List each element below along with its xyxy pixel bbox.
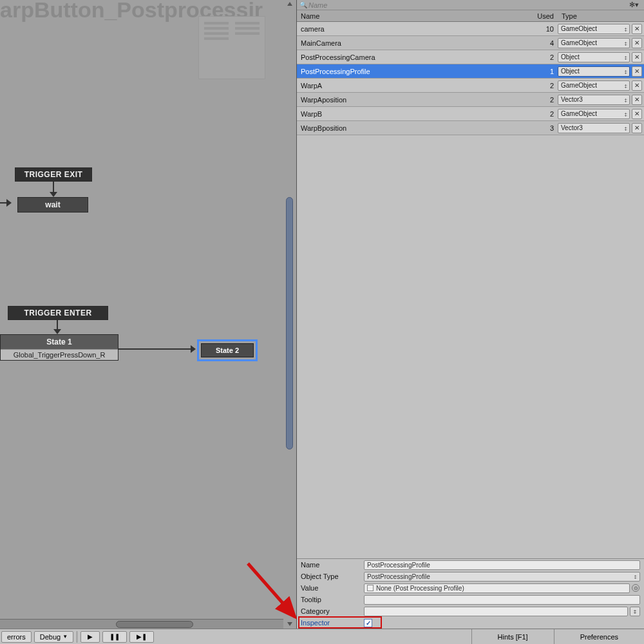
scrollbar-thumb[interactable] — [116, 621, 193, 628]
chevron-down-icon: ▼ — [62, 634, 68, 639]
variable-used-count: 2 — [531, 82, 558, 90]
variable-name: PostProcessingCamera — [297, 53, 531, 61]
detail-inspector-label: Inspector — [301, 619, 364, 627]
vertical-scrollbar-thumb[interactable] — [286, 197, 293, 450]
preferences-tab[interactable]: Preferences — [554, 629, 644, 645]
delete-variable-button[interactable]: ✕ — [632, 109, 642, 119]
delete-variable-button[interactable]: ✕ — [632, 52, 642, 62]
column-type[interactable]: Type — [558, 12, 644, 20]
fsm-event-trigger-exit[interactable]: TRIGGER EXIT — [15, 167, 92, 182]
inspector-checkbox[interactable]: ✓ — [364, 619, 372, 627]
variable-name: MainCamera — [297, 39, 531, 47]
detail-object-type-dropdown[interactable]: PostProcessingProfile‡ — [364, 572, 640, 582]
scroll-down-icon[interactable] — [287, 622, 292, 626]
close-icon: ✕ — [634, 124, 639, 131]
close-icon: ✕ — [634, 25, 639, 32]
detail-tooltip-input[interactable] — [364, 595, 640, 605]
chevron-down-icon: ‡ — [625, 69, 627, 75]
arrow-right-icon — [6, 199, 12, 207]
pause-icon: ❚❚ — [109, 633, 120, 640]
variable-row[interactable]: WarpA2GameObject‡✕ — [297, 79, 644, 93]
variable-used-count: 2 — [531, 53, 558, 61]
delete-variable-button[interactable]: ✕ — [632, 38, 642, 48]
errors-button[interactable]: errors — [1, 631, 32, 643]
object-thumb-icon — [367, 585, 374, 591]
fsm-graph-canvas[interactable]: arpButton_Postprocessir TRIGGER EXIT wai… — [0, 0, 283, 629]
fsm-state-1[interactable]: State 1 Global_TriggerPressDown_R — [0, 334, 118, 361]
close-icon: ✕ — [634, 39, 639, 46]
variable-name: WarpA — [297, 82, 531, 90]
variable-row[interactable]: MainCamera4GameObject‡✕ — [297, 36, 644, 50]
variable-name: camera — [297, 25, 531, 33]
variable-type-dropdown[interactable]: Object‡ — [558, 66, 630, 77]
variable-row[interactable]: PostProcessingCamera2Object‡✕ — [297, 50, 644, 64]
variable-name: PostProcessingProfile — [297, 68, 531, 75]
variable-row[interactable]: camera10GameObject‡✕ — [297, 22, 644, 36]
fsm-state-2-selected[interactable]: State 2 — [197, 339, 258, 361]
delete-variable-button[interactable]: ✕ — [632, 24, 642, 34]
search-row: 🔍 ✻▾ — [297, 0, 644, 10]
column-name[interactable]: Name — [297, 12, 531, 20]
chevron-down-icon: ‡ — [625, 41, 627, 46]
detail-tooltip-label: Tooltip — [301, 596, 364, 603]
variable-type-dropdown[interactable]: GameObject‡ — [558, 80, 630, 91]
fsm-event-label: TRIGGER ENTER — [8, 307, 108, 319]
gear-icon[interactable]: ✻▾ — [627, 1, 641, 9]
chevron-down-icon: ‡ — [625, 126, 627, 131]
variable-used-count: 2 — [531, 110, 558, 118]
variable-row[interactable]: WarpB2GameObject‡✕ — [297, 107, 644, 121]
fsm-state-wait[interactable]: wait — [17, 197, 88, 213]
detail-name-label: Name — [301, 561, 364, 569]
close-icon: ✕ — [634, 110, 639, 117]
chevron-down-icon: ‡ — [634, 609, 636, 614]
variable-type-dropdown[interactable]: Vector3‡ — [558, 123, 630, 133]
variable-name: WarpAposition — [297, 96, 531, 104]
chevron-down-icon: ‡ — [625, 55, 627, 61]
variable-type-dropdown[interactable]: Vector3‡ — [558, 95, 630, 105]
hints-tab[interactable]: Hints [F1] — [471, 629, 554, 645]
background-doc-watermark — [198, 16, 265, 79]
variable-type-dropdown[interactable]: Object‡ — [558, 52, 630, 62]
variable-type-dropdown[interactable]: GameObject‡ — [558, 24, 630, 34]
detail-value-field[interactable]: None (Post Processing Profile) ⊙ — [364, 583, 630, 593]
fsm-transition-label[interactable]: Global_TriggerPressDown_R — [1, 349, 118, 360]
variable-row[interactable]: WarpBposition3Vector3‡✕ — [297, 121, 644, 135]
pause-button[interactable]: ❚❚ — [102, 631, 127, 643]
arrow-down-icon — [50, 192, 57, 197]
variables-list: camera10GameObject‡✕MainCamera4GameObjec… — [297, 22, 644, 135]
step-icon: ▶❚ — [137, 633, 147, 640]
delete-variable-button[interactable]: ✕ — [632, 95, 642, 105]
variable-row[interactable]: WarpAposition2Vector3‡✕ — [297, 93, 644, 107]
variable-type-dropdown[interactable]: GameObject‡ — [558, 38, 630, 48]
detail-name-input[interactable]: PostProcessingProfile — [364, 560, 640, 570]
transition-line — [118, 348, 192, 350]
chevron-down-icon: ‡ — [625, 83, 627, 89]
column-used[interactable]: Used — [531, 12, 558, 20]
play-button[interactable]: ▶ — [80, 631, 100, 643]
fsm-event-label: TRIGGER EXIT — [15, 168, 91, 181]
close-icon: ✕ — [634, 82, 639, 89]
detail-value-label: Value — [301, 584, 364, 592]
category-dropdown-button[interactable]: ‡ — [630, 607, 640, 616]
close-icon: ✕ — [634, 68, 639, 75]
variables-panel: 🔍 ✻▾ Name Used Type camera10GameObject‡✕… — [296, 0, 644, 629]
debug-dropdown[interactable]: Debug▼ — [34, 631, 73, 643]
fsm-event-trigger-enter[interactable]: TRIGGER ENTER — [8, 306, 108, 320]
step-button[interactable]: ▶❚ — [129, 631, 154, 643]
scroll-up-icon[interactable] — [287, 2, 292, 6]
chevron-down-icon: ‡ — [634, 574, 637, 580]
object-picker-icon[interactable]: ⊙ — [632, 584, 639, 592]
variable-name: WarpBposition — [297, 124, 531, 132]
variable-row[interactable]: PostProcessingProfile1Object‡✕ — [297, 64, 644, 79]
delete-variable-button[interactable]: ✕ — [632, 80, 642, 91]
delete-variable-button[interactable]: ✕ — [632, 123, 642, 133]
detail-category-input[interactable] — [364, 607, 628, 616]
close-icon: ✕ — [634, 96, 639, 103]
bottom-toolbar: errors Debug▼ ▶ ❚❚ ▶❚ Hints [F1] Prefere… — [0, 629, 644, 644]
delete-variable-button[interactable]: ✕ — [632, 66, 642, 77]
chevron-down-icon: ‡ — [625, 26, 627, 32]
horizontal-scrollbar[interactable] — [0, 619, 283, 629]
search-input[interactable] — [308, 1, 627, 9]
variable-type-dropdown[interactable]: GameObject‡ — [558, 109, 630, 119]
variable-used-count: 3 — [531, 124, 558, 132]
